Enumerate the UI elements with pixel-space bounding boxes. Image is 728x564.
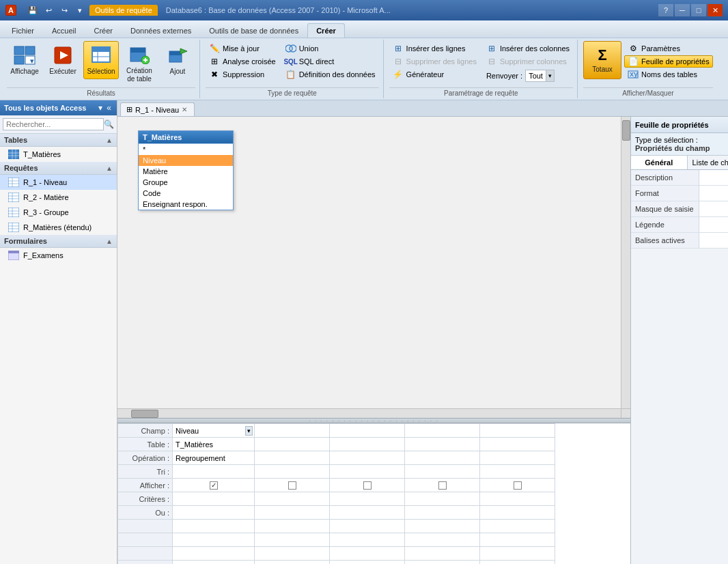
restore-btn[interactable]: □ <box>691 4 706 16</box>
grid-cell-empty-1-0[interactable] <box>173 520 255 533</box>
prop-tab-liste-choix[interactable]: Liste de choix <box>688 156 729 169</box>
help-btn[interactable]: ? <box>658 4 673 16</box>
grid-cell-operation-2[interactable] <box>330 451 405 465</box>
sidebar-item-t-matieres[interactable]: T_Matières <box>0 147 117 162</box>
renvoyer-combo[interactable]: Tout ▾ <box>525 70 555 82</box>
checkbox-1[interactable] <box>257 479 326 491</box>
tab-outils-bdd[interactable]: Outils de base de données <box>200 23 307 38</box>
checkbox-unchecked-3[interactable] <box>438 481 447 490</box>
btn-sql-direct[interactable]: SQL SQL direct <box>282 55 379 68</box>
undo-btn[interactable]: ↩ <box>42 3 55 17</box>
btn-definition[interactable]: 📋 Définition des données <box>282 68 379 81</box>
checkbox-2[interactable] <box>333 479 402 491</box>
grid-cell-empty-4-3[interactable] <box>405 561 480 565</box>
checkbox-0[interactable] <box>176 479 251 491</box>
tab-fichier[interactable]: Fichier <box>3 23 43 38</box>
grid-cell-table-2[interactable] <box>330 438 405 451</box>
grid-cell-champ-0[interactable]: Niveau ▾ <box>173 424 255 438</box>
field-niveau[interactable]: Niveau <box>139 155 233 166</box>
search-input[interactable] <box>3 118 104 130</box>
sidebar-item-f-examens[interactable]: F_Examens <box>0 248 117 263</box>
search-btn[interactable]: 🔍 <box>104 119 114 129</box>
design-h-scroll-thumb[interactable] <box>131 410 158 418</box>
section-tables[interactable]: Tables ▲ <box>0 134 117 147</box>
grid-cell-afficher-2[interactable] <box>330 479 405 492</box>
grid-cell-empty-1-2[interactable] <box>330 520 405 533</box>
btn-suppression[interactable]: ✖ Suppression <box>206 68 279 81</box>
grid-cell-table-0[interactable]: T_Matières <box>173 438 255 451</box>
grid-cell-operation-0[interactable]: Regroupement <box>173 451 255 465</box>
grid-cell-tri-3[interactable] <box>405 465 480 479</box>
grid-cell-champ-1[interactable] <box>255 424 330 438</box>
sidebar-collapse-btn[interactable]: « <box>105 103 113 113</box>
grid-cell-empty-3-4[interactable] <box>480 547 555 561</box>
btn-noms-tables[interactable]: xyz Noms des tables <box>624 68 713 81</box>
checkbox-3[interactable] <box>408 479 477 491</box>
tab-donnees-externes[interactable]: Données externes <box>122 23 200 38</box>
checkbox-unchecked-4[interactable] <box>514 481 522 490</box>
grid-cell-empty-4-2[interactable] <box>330 561 405 565</box>
field-dropdown-0[interactable]: ▾ <box>245 426 253 436</box>
btn-feuille-props[interactable]: 📄 Feuille de propriétés <box>624 55 713 68</box>
grid-cell-empty-1-4[interactable] <box>480 520 555 533</box>
tab-accueil[interactable]: Accueil <box>43 23 85 38</box>
grid-cell-operation-1[interactable] <box>255 451 330 465</box>
btn-selection[interactable]: Sélection <box>83 41 119 79</box>
prop-tab-general[interactable]: Général <box>631 156 688 169</box>
checkbox-unchecked-2[interactable] <box>363 481 372 490</box>
grid-cell-empty-3-1[interactable] <box>255 547 330 561</box>
grid-cell-empty-1-1[interactable] <box>255 520 330 533</box>
section-formulaires[interactable]: Formulaires ▲ <box>0 235 117 248</box>
grid-cell-ou-2[interactable] <box>330 506 405 520</box>
grid-cell-tri-2[interactable] <box>330 465 405 479</box>
sidebar-item-r2[interactable]: R_2 - Matière <box>0 190 117 205</box>
grid-cell-empty-2-2[interactable] <box>330 533 405 547</box>
grid-cell-ou-3[interactable] <box>405 506 480 520</box>
splitter[interactable]: · · · · · · · · · · · · · · · · · · · · … <box>117 418 630 423</box>
grid-cell-empty-3-3[interactable] <box>405 547 480 561</box>
grid-cell-criteres-3[interactable] <box>405 492 480 506</box>
grid-cell-ou-0[interactable] <box>173 506 255 520</box>
grid-cell-criteres-0[interactable] <box>173 492 255 506</box>
checkbox-4[interactable] <box>483 479 552 491</box>
grid-cell-tri-4[interactable] <box>480 465 555 479</box>
grid-cell-criteres-2[interactable] <box>330 492 405 506</box>
query-tab-close[interactable]: ✕ <box>182 106 187 113</box>
sidebar-menu-btn[interactable]: ▾ <box>97 103 104 113</box>
grid-cell-champ-2[interactable] <box>330 424 405 438</box>
sidebar-item-r3[interactable]: R_3 - Groupe <box>0 205 117 220</box>
qa-dropdown-btn[interactable]: ▾ <box>73 3 87 17</box>
field-groupe[interactable]: Groupe <box>139 177 233 188</box>
btn-analyse-croisee[interactable]: ⊞ Analyse croisée <box>206 55 279 68</box>
design-pane-inner[interactable]: T_Matières * Niveau Matière Groupe Code … <box>117 117 621 408</box>
design-v-scroll-thumb[interactable] <box>622 120 630 141</box>
btn-inserer-lignes[interactable]: ⊞ Insérer des lignes <box>389 42 480 55</box>
prop-row-masque-value[interactable] <box>699 201 728 216</box>
btn-union[interactable]: Union <box>282 42 379 55</box>
grid-cell-afficher-3[interactable] <box>405 479 480 492</box>
grid-cell-ou-1[interactable] <box>255 506 330 520</box>
btn-totaux[interactable]: Σ Totaux <box>583 41 621 79</box>
grid-cell-tri-1[interactable] <box>255 465 330 479</box>
grid-cell-afficher-1[interactable] <box>255 479 330 492</box>
checkbox-unchecked-1[interactable] <box>288 481 296 490</box>
grid-cell-table-3[interactable] <box>405 438 480 451</box>
grid-cell-empty-4-4[interactable] <box>480 561 555 565</box>
field-enseignant[interactable]: Enseignant respon. <box>139 199 233 210</box>
field-matiere[interactable]: Matière <box>139 166 233 177</box>
btn-affichage[interactable]: ▾ Affichage <box>7 41 42 79</box>
btn-supprimer-colonnes[interactable]: ⊟ Supprimer colonnes <box>483 55 573 68</box>
grid-cell-ou-4[interactable] <box>480 506 555 520</box>
grid-cell-empty-2-4[interactable] <box>480 533 555 547</box>
btn-parametres[interactable]: ⚙ Paramètres <box>624 42 713 55</box>
minimize-btn[interactable]: ─ <box>675 4 690 16</box>
btn-mise-a-jour[interactable]: ✏️ Mise à jour <box>206 42 279 55</box>
section-requetes[interactable]: Requêtes ▲ <box>0 162 117 175</box>
close-btn[interactable]: ✕ <box>708 4 723 16</box>
grid-cell-empty-2-1[interactable] <box>255 533 330 547</box>
field-asterisk[interactable]: * <box>139 144 233 155</box>
tab-outils-requete[interactable]: Créer <box>307 23 345 38</box>
query-tab-r1[interactable]: ⊞ R_1 - Niveau ✕ <box>120 102 195 116</box>
grid-cell-empty-3-0[interactable] <box>173 547 255 561</box>
grid-cell-criteres-1[interactable] <box>255 492 330 506</box>
